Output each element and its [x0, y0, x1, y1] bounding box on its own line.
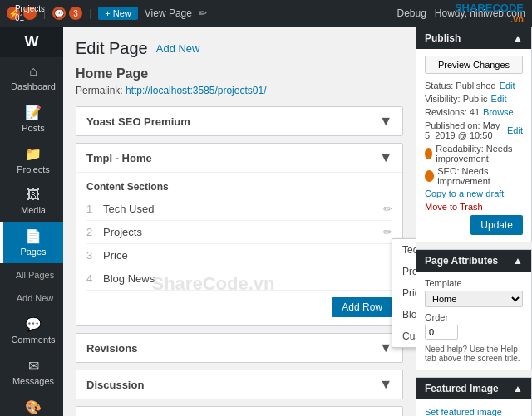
right-panel: Publish ▲ Preview Changes Status: Publis… — [416, 27, 532, 416]
status-label: Status: Published — [425, 81, 496, 91]
new-button[interactable]: + New — [98, 7, 138, 20]
tmpl-label: Tmpl - Home — [86, 152, 152, 164]
revisions-count-label: Revisions: 41 — [425, 107, 480, 117]
sidebar-item-comments[interactable]: 💬 Comments — [0, 310, 63, 351]
table-row: 2 Projects ✏ — [86, 221, 392, 244]
sidebar-item-projects[interactable]: 📁 Projects — [0, 139, 63, 181]
separator: | — [43, 7, 46, 19]
edit-icon: ✏ — [199, 7, 207, 19]
preview-button[interactable]: Preview Changes — [425, 56, 523, 74]
template-row: Template Home — [425, 278, 523, 307]
discussion-section: Discussion ▼ — [76, 370, 403, 399]
discussion-label: Discussion — [86, 379, 144, 391]
published-row: Published on: May 5, 2019 @ 10:50 Edit — [425, 120, 523, 140]
comments-icon: 💬 — [25, 316, 42, 332]
sidebar-label-all-pages: All Pages — [16, 270, 54, 280]
move-trash-link[interactable]: Move to Trash — [425, 202, 523, 212]
add-row-dropdown: Tech Used Projects Price Blog News Custo… — [392, 238, 416, 348]
sidebar-label-pages: Pages — [20, 247, 46, 257]
page-attributes-title: Page Attributes — [425, 255, 498, 267]
table-row: 4 Blog News — [86, 267, 392, 291]
debug-label: Debug — [397, 7, 426, 19]
order-label: Order — [425, 312, 523, 322]
seo-quality-label: SEO: Needs improvement — [437, 166, 523, 186]
sidebar-label-comments: Comments — [11, 335, 55, 345]
set-featured-image-link[interactable]: Set featured image — [425, 407, 502, 416]
sidebar-item-media[interactable]: 🖼 Media — [0, 181, 63, 222]
sidebar-item-all-pages[interactable]: All Pages — [0, 263, 63, 286]
comments-header[interactable]: Comments ▼ — [76, 407, 402, 416]
visibility-label: Visibility: Public — [425, 94, 488, 104]
template-label: Template — [425, 278, 523, 288]
add-new-link[interactable]: Add New — [156, 42, 200, 55]
revisions-label: Revisions — [86, 342, 137, 355]
main-content: Edit Page Add New Home Page Permalink: h… — [63, 27, 416, 416]
row-name-2: Projects — [103, 226, 383, 238]
comment-badge: 3 — [69, 7, 82, 20]
sidebar-label-dashboard: Dashboard — [11, 81, 56, 91]
revisions-header[interactable]: Revisions ▼ — [76, 334, 402, 362]
media-icon: 🖼 — [27, 188, 40, 203]
permalink-row: Permalink: http://localhost:3585/project… — [76, 85, 403, 96]
row-num-1: 1 — [86, 203, 103, 215]
update-button[interactable]: Update — [470, 215, 523, 235]
order-input[interactable] — [425, 325, 458, 340]
row-num-4: 4 — [86, 272, 103, 285]
readability-icon — [425, 148, 432, 159]
template-select[interactable]: Home — [425, 291, 523, 307]
appearance-icon: 🎨 — [25, 399, 42, 415]
dropdown-item-tech-used[interactable]: Tech Used — [392, 239, 416, 261]
discussion-header[interactable]: Discussion ▼ — [76, 370, 402, 399]
add-row-button[interactable]: Add Row — [332, 297, 392, 317]
sidebar: W ⌂ Dashboard 📝 Posts 📁 Projects 🖼 Media… — [0, 27, 63, 416]
sidebar-logo: W — [0, 27, 63, 57]
visibility-row: Visibility: Public Edit — [425, 94, 523, 104]
messages-icon: ✉ — [28, 358, 39, 374]
featured-image-body: Set featured image — [416, 399, 531, 416]
comments-count[interactable]: 💬 3 — [52, 7, 82, 20]
published-edit-link[interactable]: Edit — [507, 125, 523, 135]
sidebar-item-pages[interactable]: 📄 Pages — [0, 222, 63, 263]
readability-label: Readability: Needs improvement — [436, 144, 523, 164]
featured-image-chevron-icon: ▲ — [513, 383, 523, 394]
featured-image-header: Featured Image ▲ — [416, 378, 531, 399]
sidebar-item-dashboard[interactable]: ⌂ Dashboard — [0, 57, 63, 98]
revisions-browse-link[interactable]: Browse — [483, 107, 514, 117]
sidebar-item-appearance[interactable]: 🎨 Appearance — [0, 393, 63, 416]
site-name[interactable]: ⚡ Projects 01 — [7, 7, 37, 20]
yoast-seo-label: Yoast SEO Premium — [86, 115, 190, 128]
page-header: Edit Page Add New — [76, 39, 403, 58]
dropdown-item-price[interactable]: Price — [392, 282, 416, 304]
publish-section-header: Publish ▲ — [416, 27, 531, 49]
view-page-link[interactable]: View Page — [145, 7, 192, 19]
publish-section: Publish ▲ Preview Changes Status: Publis… — [416, 27, 532, 242]
edit-row-1-icon[interactable]: ✏ — [383, 203, 392, 215]
yoast-seo-header[interactable]: Yoast SEO Premium ▼ — [76, 107, 402, 135]
edit-row-2-icon[interactable]: ✏ — [383, 226, 392, 238]
sidebar-item-messages[interactable]: ✉ Messages — [0, 351, 63, 393]
sidebar-item-posts[interactable]: 📝 Posts — [0, 98, 63, 139]
status-edit-link[interactable]: Edit — [500, 81, 515, 91]
publish-title: Publish — [425, 32, 461, 44]
dropdown-item-projects[interactable]: Projects — [392, 261, 416, 282]
permalink-url[interactable]: http://localhost:3585/projects01/ — [126, 85, 266, 96]
featured-image-title: Featured Image — [425, 383, 499, 394]
sidebar-label-media: Media — [21, 205, 46, 215]
permalink-label: Permalink: — [76, 85, 123, 96]
projects-icon: 📁 — [25, 146, 42, 162]
tmpl-header[interactable]: Tmpl - Home ▼ — [76, 144, 402, 172]
dropdown-item-blog-news[interactable]: Blog News — [392, 304, 416, 325]
table-row: 1 Tech Used ✏ — [86, 198, 392, 221]
dropdown-item-custom-html[interactable]: Custom HTML — [392, 325, 416, 347]
copy-draft-link[interactable]: Copy to a new draft — [425, 188, 523, 198]
row-num-2: 2 — [86, 226, 103, 238]
row-num-3: 3 — [86, 249, 103, 262]
status-row: Status: Published Edit — [425, 81, 523, 91]
visibility-edit-link[interactable]: Edit — [491, 94, 507, 104]
discussion-toggle-icon: ▼ — [379, 377, 392, 392]
revisions-row: Revisions: 41 Browse — [425, 107, 523, 117]
row-actions-2: ✏ — [383, 226, 392, 238]
sidebar-item-add-new-pages[interactable]: Add New — [0, 286, 63, 310]
published-label: Published on: May 5, 2019 @ 10:50 — [425, 120, 504, 140]
revisions-section: Revisions ▼ — [76, 333, 403, 363]
